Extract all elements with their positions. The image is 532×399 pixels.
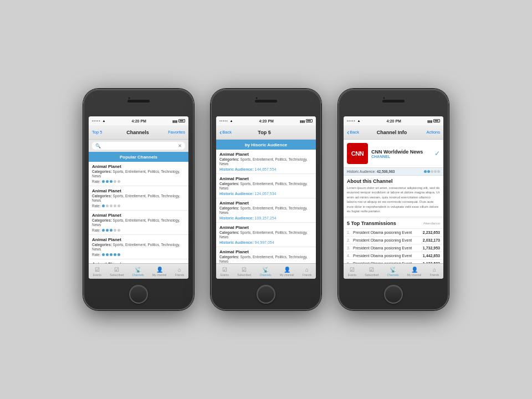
phone-3: ••••• ▲ 4:20 PM ▮▮▮ Back Channel Info Ac… — [338, 89, 449, 310]
signal-icon-3: ••••• — [347, 119, 356, 122]
tab-subscribed-1[interactable]: ☑ Subscribed — [110, 267, 124, 277]
trans-num: 4. — [347, 254, 351, 258]
camera-dot-2 — [255, 96, 258, 100]
audience-cats: Categories: Sports, Entreitement, Politi… — [219, 255, 313, 264]
channel-cats: Categories: Sports, Entreitement, Politi… — [92, 218, 185, 228]
time-display-1: 4:20 PM — [132, 119, 146, 123]
audience-name: Animal Planet — [219, 201, 313, 206]
dot-4 — [434, 170, 437, 173]
tab-events-2[interactable]: ☑ Events — [221, 267, 229, 277]
favorites-btn[interactable]: Favorites — [168, 130, 185, 135]
clear-icon-1[interactable]: ✕ — [178, 144, 182, 149]
friends-icon: ⌂ — [178, 267, 181, 273]
tab-label: Channels — [132, 273, 144, 277]
trans-name: President Obama posioning Event — [353, 246, 421, 250]
trans-header: 5 Top Transmissions Attendance — [344, 218, 443, 229]
list-item[interactable]: Animal Planet Categories: Sports, Entrei… — [89, 259, 188, 264]
tab-channels-1[interactable]: 📡 Channels — [132, 267, 144, 277]
trans-count: 2,032,173 — [423, 238, 440, 242]
audience-name: Animal Planet — [219, 249, 313, 254]
phone-2: ••••• ▲ 4:20 PM ▮▮▮ Back Top 5 by Hisori… — [211, 89, 321, 310]
popular-header: Popular Channels — [89, 152, 188, 162]
checkmark-icon: ✓ — [434, 150, 440, 157]
audience-count: Historic Audience: 109,157,254 — [219, 216, 313, 220]
mychannel-icon-3: 👤 — [411, 267, 418, 273]
search-bar-1: 🔍 ✕ — [89, 140, 188, 152]
tab-channels-3[interactable]: 📡 Channels — [387, 267, 398, 277]
wifi-icon-3: ▲ — [357, 119, 361, 122]
channel-name: Animal Planet — [92, 188, 185, 193]
channels-icon-3: 📡 — [390, 267, 396, 273]
signal-icon: ••••• — [92, 119, 101, 122]
tab-channels-2[interactable]: 📡 Channels — [259, 267, 271, 277]
tab-subscribed-2[interactable]: ☑ Subscribed — [237, 267, 251, 277]
audience-dots — [424, 170, 440, 173]
list-item[interactable]: 1. President Obama posioning Event 2,232… — [344, 229, 443, 237]
cnn-channel-subtitle: CHANNEL — [371, 155, 429, 158]
tab-friends-2[interactable]: ⌂ Friends — [303, 267, 312, 277]
list-item[interactable]: Animal Planet Categories: Sports, Entrei… — [89, 162, 188, 186]
channel-name: Animal Planet — [92, 213, 185, 218]
trans-name: President Obama posioning Event — [353, 238, 421, 242]
tab-friends-3[interactable]: ⌂ Friends — [430, 267, 439, 277]
audience-name: Animal Planet — [219, 176, 313, 181]
audience-cats: Categories: Sports, Entreitement, Politi… — [219, 157, 313, 167]
tab-friends-1[interactable]: ⌂ Friends — [175, 267, 185, 277]
list-item[interactable]: 4. President Obama posioning Event 1,442… — [344, 252, 443, 260]
list-item[interactable]: Animal Planet Categories: Sports, Entrei… — [216, 174, 316, 198]
list-item[interactable]: Animal Planet Categories: Sports, Entrei… — [89, 211, 188, 235]
channel-name: Animal Planet — [92, 237, 185, 242]
list-item[interactable]: Animal Planet Categories: Sports, Entrei… — [89, 235, 188, 259]
top5-btn[interactable]: Top 5 — [92, 130, 108, 135]
cnn-channel-name: CNN Worldwide News — [371, 149, 429, 155]
back-btn-2[interactable]: Back — [219, 129, 232, 136]
nav-bar-2: Back Top 5 — [216, 125, 316, 140]
camera-dot — [127, 96, 131, 100]
audience-bar-label: Historic Audience: 42,508,983 — [347, 170, 395, 173]
list-item[interactable]: Animal Planet Categories: Sports, Entrei… — [216, 150, 316, 174]
audience-cats: Categories: Sports, Entreitement, Politi… — [219, 206, 313, 216]
channels-icon: 📡 — [135, 267, 141, 273]
wifi-icon-2: ▲ — [230, 119, 233, 122]
channel-rate: Rate: — [92, 253, 185, 257]
tab-events-1[interactable]: ☑ Events — [93, 267, 101, 277]
trans-subtitle: Attendance — [423, 222, 440, 225]
home-button-3[interactable] — [384, 285, 403, 304]
list-item[interactable]: Animal Planet Categories: Sports, Entrei… — [216, 198, 316, 223]
list-item[interactable]: Animal Planet Categories: Sports, Entrei… — [216, 223, 316, 247]
actions-btn[interactable]: Actions — [424, 130, 440, 135]
audience-name: Animal Planet — [219, 225, 313, 230]
tab-label: Friends — [303, 273, 312, 277]
tab-mychannel-3[interactable]: 👤 My channel — [407, 267, 422, 277]
list-item[interactable]: Animal Planet Categories: Sports, Entrei… — [89, 186, 188, 211]
dot-3 — [431, 170, 433, 173]
back-btn-3[interactable]: Back — [347, 129, 359, 136]
cnn-info: CNN Worldwide News CHANNEL — [371, 149, 429, 158]
home-button-2[interactable] — [257, 285, 275, 304]
time-display-2: 4:20 PM — [259, 119, 274, 123]
tab-label: My channel — [280, 273, 294, 277]
tab-subscribed-3[interactable]: ☑ Subscribed — [365, 267, 378, 277]
events-icon-3: ☑ — [350, 267, 355, 273]
battery-bars-2: ▮▮▮ — [300, 119, 305, 123]
home-button-1[interactable] — [129, 285, 148, 304]
search-input-1[interactable]: 🔍 ✕ — [92, 142, 185, 150]
channel-rate: Rate: — [92, 180, 185, 183]
list-item[interactable]: 3. President Obama posioning Event 1,732… — [344, 244, 443, 252]
list-item[interactable]: 2. President Obama posioning Event 2,032… — [344, 237, 443, 244]
events-icon: ☑ — [95, 267, 100, 273]
tab-events-3[interactable]: ☑ Events — [348, 267, 356, 277]
tab-bar-3: ☑ Events ☑ Subscribed 📡 Channels 👤 My ch… — [344, 263, 443, 279]
list-item[interactable]: Animal Planet Categories: Sports, Entrei… — [216, 247, 316, 264]
trans-title: 5 Top Transmissions — [347, 221, 396, 226]
trans-name: President Obama posioning Event — [353, 231, 421, 234]
tab-mychannel-2[interactable]: 👤 My channel — [280, 267, 294, 277]
audience-cats: Categories: Sports, Entreitement, Politi… — [219, 231, 313, 240]
trans-num: 2. — [347, 238, 351, 242]
screen-1: ••••• ▲ 4:20 PM ▮▮▮ Top 5 Channels Favor… — [89, 116, 188, 279]
subscribed-icon: ☑ — [114, 267, 119, 273]
tab-mychannel-1[interactable]: 👤 My channel — [152, 267, 167, 277]
cnn-header: CNN CNN Worldwide News CHANNEL ✓ — [344, 140, 443, 168]
tab-label: Events — [221, 273, 229, 277]
nav-title-1: Channels — [108, 130, 168, 135]
